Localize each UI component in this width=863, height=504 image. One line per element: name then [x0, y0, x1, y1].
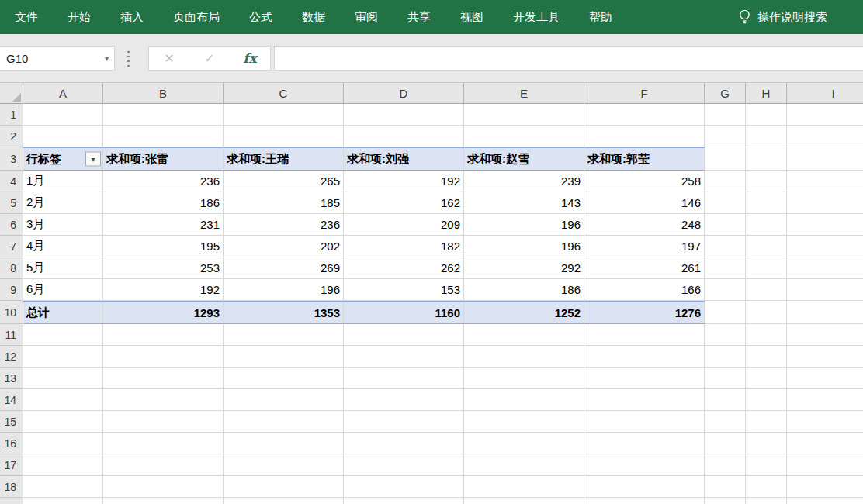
cell-F12[interactable]: [584, 346, 705, 368]
cell-C11[interactable]: [224, 324, 344, 346]
cell-G3[interactable]: [705, 147, 746, 171]
cell-H11[interactable]: [746, 324, 787, 346]
cell-H8[interactable]: [746, 257, 787, 279]
cell-A17[interactable]: [23, 454, 103, 476]
cell-F11[interactable]: [584, 324, 705, 346]
cell-D9[interactable]: 153: [344, 279, 464, 301]
cell-G11[interactable]: [705, 324, 746, 346]
cell-B7[interactable]: 195: [103, 236, 224, 257]
ribbon-tab-page-layout[interactable]: 页面布局: [158, 0, 234, 34]
cell-B2[interactable]: [103, 126, 224, 147]
cell-D4[interactable]: 192: [344, 171, 464, 192]
ribbon-tab-formulas[interactable]: 公式: [234, 0, 287, 34]
cell-C3[interactable]: 求和项:王瑞: [224, 147, 344, 171]
select-all-button[interactable]: [0, 83, 23, 104]
cell-H15[interactable]: [746, 411, 787, 433]
cell-D13[interactable]: [344, 368, 464, 389]
cell-C16[interactable]: [224, 433, 344, 454]
row-header-3[interactable]: 3: [0, 147, 23, 171]
cell-F14[interactable]: [584, 389, 705, 411]
row-header-19[interactable]: 19: [0, 498, 23, 504]
cell-F5[interactable]: 146: [584, 192, 705, 214]
cell-G14[interactable]: [705, 389, 746, 411]
cell-I5[interactable]: [787, 192, 863, 214]
ribbon-tab-help[interactable]: 帮助: [574, 0, 627, 34]
cell-B8[interactable]: 253: [103, 257, 224, 279]
cell-B18[interactable]: [103, 476, 224, 498]
cell-E5[interactable]: 143: [464, 192, 584, 214]
cell-I16[interactable]: [787, 433, 863, 454]
cell-D14[interactable]: [344, 389, 464, 411]
cell-G1[interactable]: [705, 104, 746, 126]
cell-A6[interactable]: 3月: [23, 214, 103, 236]
cell-H6[interactable]: [746, 214, 787, 236]
cell-E11[interactable]: [464, 324, 584, 346]
ribbon-tab-insert[interactable]: 插入: [106, 0, 158, 34]
cell-I13[interactable]: [787, 368, 863, 389]
column-header-C[interactable]: C: [224, 83, 344, 104]
cell-D5[interactable]: 162: [344, 192, 464, 214]
cell-F2[interactable]: [584, 126, 705, 147]
cell-F16[interactable]: [584, 433, 705, 454]
insert-function-icon[interactable]: fx: [230, 47, 270, 70]
cell-C18[interactable]: [224, 476, 344, 498]
cell-B11[interactable]: [103, 324, 224, 346]
cell-I18[interactable]: [787, 476, 863, 498]
cell-E8[interactable]: 292: [464, 257, 584, 279]
cell-I4[interactable]: [787, 171, 863, 192]
row-header-12[interactable]: 12: [0, 346, 23, 368]
cell-H7[interactable]: [746, 236, 787, 257]
cell-G7[interactable]: [705, 236, 746, 257]
cell-C12[interactable]: [224, 346, 344, 368]
cell-H14[interactable]: [746, 389, 787, 411]
cell-A18[interactable]: [23, 476, 103, 498]
cell-B3[interactable]: 求和项:张雷: [103, 147, 224, 171]
cell-A9[interactable]: 6月: [23, 279, 103, 301]
cell-G10[interactable]: [705, 301, 746, 324]
cell-C17[interactable]: [224, 454, 344, 476]
row-header-2[interactable]: 2: [0, 126, 23, 147]
cell-E14[interactable]: [464, 389, 584, 411]
row-header-17[interactable]: 17: [0, 454, 23, 476]
cell-D7[interactable]: 182: [344, 236, 464, 257]
cell-B16[interactable]: [103, 433, 224, 454]
cell-E13[interactable]: [464, 368, 584, 389]
column-header-I[interactable]: I: [787, 83, 863, 104]
cell-B9[interactable]: 192: [103, 279, 224, 301]
cell-A19[interactable]: [23, 498, 103, 504]
cell-E17[interactable]: [464, 454, 584, 476]
cell-C5[interactable]: 185: [224, 192, 344, 214]
cell-C10[interactable]: 1353: [224, 301, 344, 324]
cell-C4[interactable]: 265: [224, 171, 344, 192]
column-header-F[interactable]: F: [584, 83, 705, 104]
cell-H17[interactable]: [746, 454, 787, 476]
cell-G19[interactable]: [705, 498, 746, 504]
cell-A10[interactable]: 总计: [23, 301, 103, 324]
cell-A12[interactable]: [23, 346, 103, 368]
cell-I15[interactable]: [787, 411, 863, 433]
cell-G17[interactable]: [705, 454, 746, 476]
cell-E4[interactable]: 239: [464, 171, 584, 192]
cell-F15[interactable]: [584, 411, 705, 433]
cell-G12[interactable]: [705, 346, 746, 368]
cell-B5[interactable]: 186: [103, 192, 224, 214]
cell-G6[interactable]: [705, 214, 746, 236]
row-header-14[interactable]: 14: [0, 389, 23, 411]
cell-E15[interactable]: [464, 411, 584, 433]
cell-E6[interactable]: 196: [464, 214, 584, 236]
row-header-5[interactable]: 5: [0, 192, 23, 214]
ribbon-tab-home[interactable]: 开始: [53, 0, 106, 34]
cell-A2[interactable]: [23, 126, 103, 147]
cell-I17[interactable]: [787, 454, 863, 476]
cell-B12[interactable]: [103, 346, 224, 368]
cell-H3[interactable]: [746, 147, 787, 171]
row-header-16[interactable]: 16: [0, 433, 23, 454]
column-header-G[interactable]: G: [705, 83, 746, 104]
cell-C6[interactable]: 236: [224, 214, 344, 236]
column-header-E[interactable]: E: [464, 83, 584, 104]
cell-F9[interactable]: 166: [584, 279, 705, 301]
cell-F7[interactable]: 197: [584, 236, 705, 257]
column-header-B[interactable]: B: [103, 83, 224, 104]
cell-H13[interactable]: [746, 368, 787, 389]
cell-A3[interactable]: 行标签▾: [23, 147, 103, 171]
